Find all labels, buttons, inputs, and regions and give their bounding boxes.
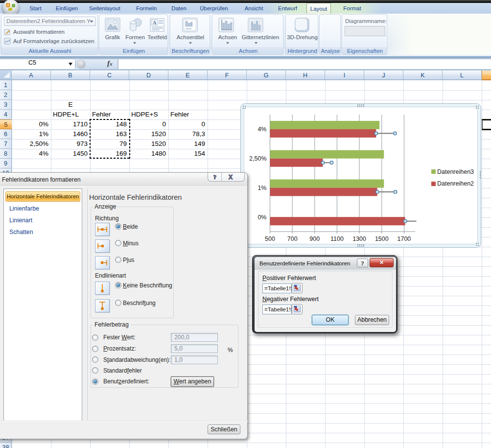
svg-text:4%: 4% — [257, 126, 266, 133]
svg-text:900: 900 — [309, 236, 320, 242]
svg-text:1%: 1% — [257, 185, 266, 191]
svg-text:500: 500 — [265, 236, 275, 242]
svg-text:A: A — [153, 20, 157, 25]
svg-text:0%: 0% — [257, 214, 266, 221]
svg-text:Datenreihen3: Datenreihen3 — [437, 168, 474, 175]
svg-text:1500: 1500 — [375, 236, 389, 242]
svg-text:1300: 1300 — [352, 236, 366, 242]
svg-text:2,50%: 2,50% — [249, 155, 266, 162]
svg-text:700: 700 — [287, 236, 298, 242]
svg-text:Datenreihen2: Datenreihen2 — [437, 180, 474, 187]
svg-text:1700: 1700 — [397, 236, 411, 242]
svg-text:1100: 1100 — [330, 236, 344, 242]
